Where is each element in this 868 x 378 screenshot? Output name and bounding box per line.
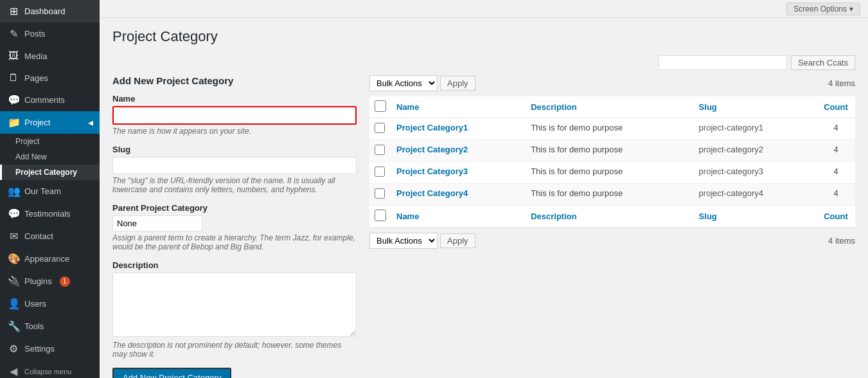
form-panel: Add New Project Category Name The name i…: [112, 75, 357, 378]
main-content: Screen Options ▾ Project Category Search…: [100, 0, 868, 378]
description-label: Description: [112, 260, 357, 270]
sidebar: ⊞ Dashboard ✎ Posts 🖼 Media 🗒 Pages 💬 Co…: [0, 0, 100, 378]
row-checkbox-cell: [369, 118, 391, 140]
bottom-items-count: 4 items: [828, 236, 855, 246]
bottom-apply-button[interactable]: Apply: [440, 233, 475, 248]
row-checkbox[interactable]: [375, 145, 385, 155]
content-area: Project Category Search Ccats Add New Pr…: [100, 18, 868, 378]
sidebar-item-label: Media: [24, 51, 47, 61]
parent-label: Parent Project Category: [112, 203, 357, 213]
row-checkbox[interactable]: [375, 123, 385, 133]
sidebar-item-label: Appearance: [24, 254, 69, 264]
name-field-group: Name The name is how it appears on your …: [112, 94, 357, 136]
parent-select[interactable]: None: [112, 215, 202, 231]
sidebar-item-dashboard[interactable]: ⊞ Dashboard: [0, 0, 100, 22]
search-button[interactable]: Search Ccats: [791, 55, 855, 70]
sidebar-sub-add-new[interactable]: Add New: [0, 149, 100, 165]
row-checkbox-cell: [369, 140, 391, 162]
sidebar-item-settings[interactable]: ⚙ Settings: [0, 338, 100, 360]
row-count-cell: 4: [817, 140, 855, 162]
screen-options-button[interactable]: Screen Options ▾: [786, 3, 860, 15]
dashboard-icon: ⊞: [8, 5, 19, 17]
contact-icon: ✉: [8, 230, 19, 242]
sidebar-item-media[interactable]: 🖼 Media: [0, 45, 100, 67]
top-bulk-actions-select[interactable]: Bulk Actions: [369, 75, 438, 91]
row-slug-cell: project-category1: [694, 118, 817, 140]
category-name-link[interactable]: Project Category3: [396, 166, 468, 176]
slug-input[interactable]: [112, 157, 357, 174]
row-name-cell: Project Category4: [391, 184, 526, 206]
table-row: Project Category1 This is for demo purpo…: [369, 118, 855, 140]
name-input[interactable]: [112, 106, 357, 125]
description-column-header[interactable]: Description: [526, 96, 693, 118]
sidebar-item-label: Testimonials: [24, 209, 71, 219]
posts-icon: ✎: [8, 28, 19, 40]
row-count-cell: 4: [817, 162, 855, 184]
row-checkbox-cell: [369, 184, 391, 206]
tools-icon: 🔧: [8, 320, 19, 332]
select-all-header: [369, 96, 391, 118]
row-name-cell: Project Category1: [391, 118, 526, 140]
collapse-menu[interactable]: ◀ Collapse menu: [0, 360, 100, 378]
description-textarea[interactable]: [112, 273, 357, 337]
category-name-link[interactable]: Project Category4: [396, 188, 468, 198]
row-description-cell: This is for demo purpose: [526, 184, 693, 206]
table-row: Project Category3 This is for demo purpo…: [369, 162, 855, 184]
sidebar-item-testimonials[interactable]: 💬 Testimonials: [0, 203, 100, 225]
form-heading: Add New Project Category: [112, 75, 357, 86]
project-icon: 📁: [8, 116, 19, 129]
row-name-cell: Project Category2: [391, 140, 526, 162]
sidebar-item-appearance[interactable]: 🎨 Appearance: [0, 248, 100, 270]
categories-table: Name Description Slug Count: [369, 96, 855, 228]
top-bulk-bar: Bulk Actions Apply 4 items: [369, 75, 855, 91]
topbar: Screen Options ▾: [100, 0, 868, 18]
sidebar-item-plugins[interactable]: 🔌 Plugins 1: [0, 270, 100, 292]
row-count-cell: 4: [817, 184, 855, 206]
sidebar-item-users[interactable]: 👤 Users: [0, 292, 100, 315]
top-apply-button[interactable]: Apply: [440, 76, 475, 91]
description-footer-header[interactable]: Description: [526, 206, 693, 228]
count-footer-header[interactable]: Count: [817, 206, 855, 228]
select-all-footer-checkbox[interactable]: [375, 210, 386, 221]
sidebar-sub-project-main[interactable]: Project: [0, 134, 100, 149]
slug-column-header[interactable]: Slug: [694, 96, 817, 118]
select-all-checkbox[interactable]: [375, 100, 386, 112]
row-name-cell: Project Category3: [391, 162, 526, 184]
name-footer-header[interactable]: Name: [391, 206, 526, 228]
slug-label: Slug: [112, 145, 357, 154]
sidebar-item-posts[interactable]: ✎ Posts: [0, 22, 100, 45]
count-column-header[interactable]: Count: [817, 96, 855, 118]
name-column-header[interactable]: Name: [391, 96, 526, 118]
sidebar-item-label: Contact: [24, 231, 53, 241]
sidebar-item-label: Posts: [24, 29, 46, 39]
row-description-cell: This is for demo purpose: [526, 140, 693, 162]
sidebar-sub-project-category[interactable]: Project Category: [0, 165, 100, 180]
sidebar-item-our-team[interactable]: 👥 Our Team: [0, 180, 100, 203]
bottom-bulk-actions-select[interactable]: Bulk Actions: [369, 233, 438, 249]
slug-footer-header[interactable]: Slug: [694, 206, 817, 228]
settings-icon: ⚙: [8, 343, 19, 355]
sidebar-item-pages[interactable]: 🗒 Pages: [0, 67, 100, 89]
search-input[interactable]: [659, 55, 787, 70]
category-name-link[interactable]: Project Category1: [396, 123, 468, 132]
sidebar-item-contact[interactable]: ✉ Contact: [0, 225, 100, 248]
select-all-footer: [369, 206, 391, 228]
screen-options-arrow-icon: ▾: [849, 4, 853, 14]
collapse-icon: ◀: [8, 365, 19, 377]
category-name-link[interactable]: Project Category2: [396, 145, 468, 154]
bottom-bulk-bar: Bulk Actions Apply 4 items: [369, 233, 855, 249]
table-panel: Bulk Actions Apply 4 items Name: [369, 75, 855, 378]
sidebar-item-comments[interactable]: 💬 Comments: [0, 89, 100, 111]
row-checkbox[interactable]: [375, 188, 385, 199]
table-row: Project Category4 This is for demo purpo…: [369, 184, 855, 206]
media-icon: 🖼: [8, 50, 19, 62]
sidebar-item-project[interactable]: 📁 Project ◂: [0, 111, 100, 134]
our-team-icon: 👥: [8, 185, 19, 197]
page-title: Project Category: [112, 28, 855, 45]
row-checkbox[interactable]: [375, 166, 385, 177]
table-row: Project Category2 This is for demo purpo…: [369, 140, 855, 162]
add-new-category-button[interactable]: Add New Project Category: [112, 368, 231, 378]
sidebar-item-label: Comments: [24, 95, 65, 105]
sidebar-item-tools[interactable]: 🔧 Tools: [0, 315, 100, 338]
row-slug-cell: project-category2: [694, 140, 817, 162]
